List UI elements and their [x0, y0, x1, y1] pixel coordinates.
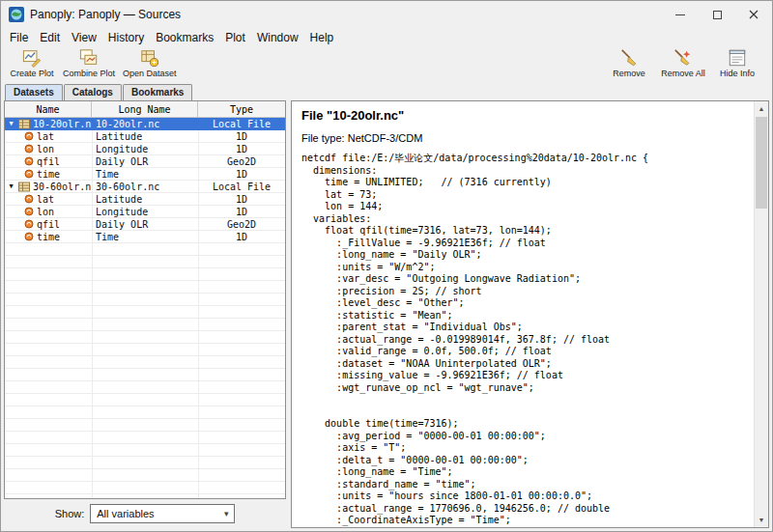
- remove-label: Remove: [613, 69, 645, 78]
- minimize-icon: [675, 14, 685, 15]
- show-variables-select[interactable]: All variables ▾: [90, 504, 235, 523]
- variable-icon: [24, 232, 34, 241]
- show-variables-value: All variables: [97, 508, 154, 519]
- menu-item-file[interactable]: File: [4, 29, 34, 46]
- create-plot-icon: [22, 48, 42, 68]
- menu-item-view[interactable]: View: [66, 29, 102, 46]
- cell-name: qfil: [5, 156, 92, 167]
- tab-datasets[interactable]: Datasets: [5, 84, 63, 100]
- cell-type: 1D: [198, 169, 285, 180]
- cell-name: lon: [5, 207, 92, 217]
- cell-type: Geo2D: [198, 219, 285, 230]
- tree-expander-icon[interactable]: ▼: [7, 183, 15, 190]
- table-row-30-60olr.nc[interactable]: ▼30-60olr.nc30-60olr.ncLocal File: [5, 181, 285, 193]
- column-header-type[interactable]: Type: [198, 101, 285, 117]
- cell-type: 1D: [198, 207, 285, 217]
- dataset-icon: [18, 182, 30, 192]
- cell-type: 1D: [198, 232, 285, 242]
- menu-item-edit[interactable]: Edit: [34, 29, 66, 46]
- toolbar: Create PlotCombine PlotOpen Dataset Remo…: [1, 47, 772, 82]
- tab-bookmarks[interactable]: Bookmarks: [123, 84, 192, 100]
- variable-icon: [24, 156, 34, 166]
- variable-icon: [24, 144, 34, 154]
- menu-item-help[interactable]: Help: [304, 29, 340, 46]
- scrollbar-thumb[interactable]: [756, 117, 767, 209]
- main-content: NameLong NameType ▼10-20olr.nc10-20olr.n…: [1, 100, 772, 531]
- create-plot-button[interactable]: Create Plot: [9, 48, 55, 78]
- variable-icon: [24, 131, 34, 141]
- cell-long-name: Longitude: [92, 207, 198, 217]
- menu-item-bookmarks[interactable]: Bookmarks: [150, 29, 219, 46]
- cell-long-name: Longitude: [92, 144, 198, 154]
- table-row-qfil[interactable]: qfilDaily OLRGeo2D: [5, 218, 285, 231]
- table-row-lat[interactable]: latLatitude1D: [5, 130, 285, 143]
- maximize-icon: [713, 11, 722, 19]
- toolbar-left-group: Create PlotCombine PlotOpen Dataset: [9, 48, 177, 78]
- maximize-button[interactable]: [699, 1, 735, 28]
- name-text: lat: [37, 131, 54, 142]
- name-text: time: [37, 169, 60, 180]
- table-rows: ▼10-20olr.nc10-20olr.ncLocal FilelatLati…: [5, 118, 285, 498]
- table-empty-area: [5, 243, 285, 498]
- name-text: lon: [37, 144, 54, 154]
- table-row-10-20olr.nc[interactable]: ▼10-20olr.nc10-20olr.ncLocal File: [5, 118, 285, 130]
- info-text: netcdf file:/E:/毕业论文/data/processing%20d…: [301, 153, 749, 527]
- hide-info-button[interactable]: Hide Info: [714, 48, 760, 78]
- column-header-name[interactable]: Name: [5, 101, 92, 117]
- table-row-lon[interactable]: lonLongitude1D: [5, 206, 285, 218]
- name-text: qfil: [37, 156, 60, 167]
- cell-long-name: 10-20olr.nc: [92, 119, 198, 129]
- name-text: 30-60olr.nc: [33, 182, 92, 192]
- open-dataset-button[interactable]: Open Dataset: [123, 48, 177, 78]
- window-controls: [662, 1, 772, 28]
- variable-icon: [24, 219, 34, 229]
- cell-name: ▼10-20olr.nc: [5, 119, 92, 129]
- scroll-down-icon[interactable]: ▼: [755, 513, 768, 527]
- cell-type: 1D: [198, 131, 285, 142]
- minimize-button[interactable]: [662, 1, 699, 28]
- window-title: Panoply: Panoply — Sources: [30, 8, 181, 21]
- cell-name: lat: [5, 194, 92, 205]
- combine-plot-icon: [79, 48, 99, 68]
- scroll-up-icon[interactable]: ▲: [755, 101, 768, 116]
- show-label: Show:: [55, 508, 85, 519]
- cell-name: time: [5, 232, 92, 242]
- tree-expander-icon[interactable]: ▼: [7, 121, 15, 127]
- cell-type: 1D: [198, 144, 285, 154]
- app-icon: [9, 7, 24, 22]
- cell-type: Geo2D: [198, 156, 285, 167]
- title-bar[interactable]: Panoply: Panoply — Sources: [1, 1, 772, 28]
- app-window: Panoply: Panoply — Sources FileEditViewH…: [0, 0, 773, 532]
- cell-long-name: Latitude: [92, 131, 198, 142]
- remove-button[interactable]: Remove: [606, 48, 652, 78]
- combine-plot-label: Combine Plot: [63, 69, 115, 78]
- name-text: time: [37, 232, 60, 242]
- table-row-time[interactable]: timeTime1D: [5, 168, 285, 181]
- info-title: File "10-20olr.nc": [301, 108, 749, 123]
- column-header-long-name[interactable]: Long Name: [92, 101, 198, 117]
- chevron-down-icon: ▾: [218, 509, 234, 518]
- table-row-qfil[interactable]: qfilDaily OLRGeo2D: [5, 155, 285, 168]
- info-scrollbar[interactable]: ▲ ▼: [754, 101, 768, 527]
- menu-item-window[interactable]: Window: [251, 29, 304, 46]
- tab-catalogs[interactable]: Catalogs: [64, 84, 122, 100]
- cell-long-name: Daily OLR: [92, 156, 198, 167]
- cell-type: 1D: [198, 194, 285, 205]
- remove-all-icon: [673, 48, 693, 68]
- menu-item-history[interactable]: History: [102, 29, 150, 46]
- remove-icon: [619, 48, 639, 68]
- show-bar: Show: All variables ▾: [4, 499, 286, 528]
- menu-item-plot[interactable]: Plot: [219, 29, 251, 46]
- cell-long-name: 30-60olr.nc: [92, 182, 198, 192]
- table-row-lon[interactable]: lonLongitude1D: [5, 143, 285, 155]
- close-button[interactable]: [735, 1, 772, 28]
- dataset-icon: [18, 119, 30, 129]
- cell-name: ▼30-60olr.nc: [5, 182, 92, 192]
- name-text: 10-20olr.nc: [33, 119, 92, 129]
- table-row-time[interactable]: timeTime1D: [5, 231, 285, 243]
- info-panel: File "10-20olr.nc" File type: NetCDF-3/C…: [291, 100, 769, 528]
- combine-plot-button[interactable]: Combine Plot: [63, 48, 115, 78]
- remove-all-button[interactable]: Remove All: [660, 48, 706, 78]
- cell-long-name: Daily OLR: [92, 219, 198, 230]
- table-row-lat[interactable]: latLatitude1D: [5, 193, 285, 206]
